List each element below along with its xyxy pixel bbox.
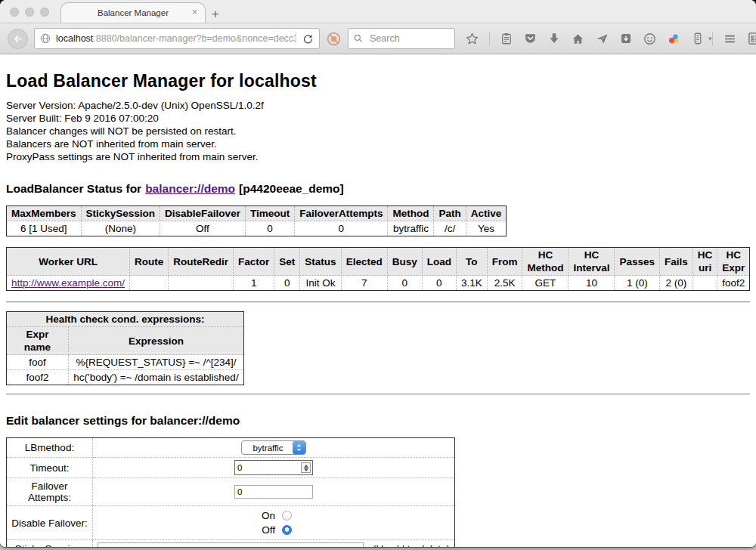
col-load: Load	[422, 248, 456, 276]
form-row-sticky-session: Sticky Session: (Use '-' to delete)	[7, 540, 455, 548]
cell-factor: 1	[234, 276, 274, 291]
failover-attempts-input[interactable]	[234, 485, 313, 499]
worker-table: Worker URL Route RouteRedir Factor Set S…	[6, 247, 750, 291]
failover-attempts-label: Failover Attempts:	[7, 478, 93, 506]
content-blocked-icon[interactable]	[326, 31, 342, 47]
url-path: :8880/balancer-manager?b=demo&nonce=decc…	[93, 33, 296, 44]
cell-active: Yes	[466, 221, 507, 236]
health-check-table: Health check cond. expressions: Expr nam…	[6, 311, 244, 385]
send-tab-icon[interactable]	[595, 32, 609, 46]
col-hc-method: HC Method	[522, 248, 569, 276]
server-version-line: Server Version: Apache/2.5.0-dev (Unix) …	[6, 99, 750, 112]
back-button[interactable]	[8, 29, 28, 49]
bookmark-star-icon[interactable]	[465, 32, 479, 46]
cell-elected: 7	[341, 276, 387, 291]
lbmethod-select[interactable]: bytraffic	[241, 440, 305, 455]
radio-off-button[interactable]	[282, 525, 292, 535]
edit-balancer-form: LBmethod: bytraffic Timeout:	[6, 437, 455, 547]
cell-timeout: 0	[245, 221, 294, 236]
tab-close-icon[interactable]: ×	[192, 8, 197, 17]
timeout-label: Timeout:	[7, 458, 93, 478]
radio-on-button[interactable]	[282, 511, 292, 521]
col-route: Route	[130, 248, 169, 276]
cell-set: 0	[274, 276, 300, 291]
cell-status: Init Ok	[300, 276, 341, 291]
server-info: Server Version: Apache/2.5.0-dev (Unix) …	[6, 99, 750, 163]
url-input[interactable]: localhost:8880/balancer-manager?b=demo&n…	[56, 33, 296, 44]
number-spinner-icon[interactable]	[301, 462, 311, 473]
downloads-icon[interactable]	[547, 32, 561, 45]
status-heading-prefix: LoadBalancer Status for	[6, 182, 141, 195]
table-header-row: MaxMembers StickySession DisableFailover…	[7, 206, 507, 221]
col-path: Path	[434, 206, 466, 221]
form-row-lbmethod: LBmethod: bytraffic	[7, 438, 455, 458]
col-maxmembers: MaxMembers	[7, 206, 82, 221]
close-window-button[interactable]	[10, 8, 19, 17]
col-hc-expr: HC Expr	[717, 248, 750, 276]
col-active: Active	[466, 206, 507, 221]
cell-method: bytraffic	[388, 221, 434, 236]
sticky-session-label: Sticky Session:	[7, 540, 93, 548]
home-icon[interactable]	[571, 32, 585, 46]
table-header-row: Expr name Expression	[7, 327, 244, 355]
cell-hc-method: GET	[522, 276, 569, 291]
timeout-input[interactable]	[235, 463, 301, 472]
col-busy: Busy	[387, 248, 422, 276]
col-factor: Factor	[234, 248, 274, 276]
balancer-demo-link[interactable]: balancer://demo	[145, 182, 235, 195]
search-icon	[349, 33, 368, 44]
cell-stickysession: (None)	[81, 221, 160, 236]
cell-expression: %{REQUEST_STATUS} =~ /^[234]/	[69, 355, 244, 370]
reload-button[interactable]	[296, 33, 319, 45]
search-input[interactable]	[368, 32, 454, 45]
search-bar[interactable]	[348, 28, 455, 49]
cell-hc-interval: 10	[569, 276, 615, 291]
cell-expr-name: foof	[7, 355, 69, 370]
toolbar-right-group	[712, 31, 756, 46]
col-to: To	[456, 248, 487, 276]
col-expr-name: Expr name	[7, 327, 69, 355]
notes-panel-icon[interactable]	[691, 32, 705, 45]
cell-failoverattempts: 0	[295, 221, 388, 236]
col-fails: Fails	[660, 248, 693, 276]
col-failoverattempts: FailoverAttempts	[295, 206, 388, 221]
zoom-window-button[interactable]	[40, 8, 49, 17]
menu-hamburger-icon[interactable]	[723, 32, 737, 46]
tab-title: Balancer Manager	[98, 8, 169, 17]
loadbalancer-status-heading: LoadBalancer Status forbalancer://demo[p…	[6, 182, 750, 196]
tab-balancer-manager[interactable]: Balancer Manager ×	[60, 2, 206, 23]
cell-routeredir	[169, 276, 234, 291]
extension-colored-dots-icon[interactable]	[667, 32, 681, 46]
worker-url-link[interactable]: http://www.example.com/	[11, 277, 125, 289]
lbmethod-label: LBmethod:	[7, 438, 93, 458]
col-stickysession: StickySession	[81, 206, 160, 221]
back-arrow-icon	[12, 33, 23, 45]
col-expression: Expression	[69, 327, 244, 355]
cell-route	[130, 276, 169, 291]
minimize-window-button[interactable]	[25, 8, 34, 17]
clipboard-icon[interactable]	[500, 32, 513, 45]
cell-expression: hc('body') =~ /domain is established/	[69, 370, 244, 385]
cell-hc-expr: foof2	[717, 276, 750, 291]
pocket-icon[interactable]	[523, 32, 538, 46]
radio-on-label: On	[256, 508, 275, 523]
col-timeout: Timeout	[245, 206, 294, 221]
traffic-lights	[10, 8, 49, 17]
status-heading-suffix: [p4420eeae_demo]	[239, 182, 344, 195]
titlebar: Balancer Manager × +	[0, 0, 756, 23]
select-stepper-icon	[293, 441, 305, 454]
cell-from: 2.5K	[487, 276, 522, 291]
cell-busy: 0	[387, 276, 422, 291]
table-row: foof2 hc('body') =~ /domain is establish…	[7, 370, 244, 385]
sticky-session-input[interactable]	[98, 542, 364, 547]
feedback-smiley-icon[interactable]	[643, 32, 657, 46]
form-row-failover-attempts: Failover Attempts:	[7, 478, 455, 506]
health-table-title: Health check cond. expressions:	[7, 312, 244, 327]
save-page-icon[interactable]	[619, 32, 633, 45]
col-routeredir: RouteRedir	[169, 248, 234, 276]
url-bar[interactable]: localhost:8880/balancer-manager?b=demo&n…	[34, 28, 320, 49]
table-header-row: Worker URL Route RouteRedir Factor Set S…	[7, 248, 750, 276]
tab-grid-icon[interactable]	[747, 31, 756, 46]
divider	[6, 394, 750, 395]
new-tab-button[interactable]: +	[212, 8, 219, 20]
